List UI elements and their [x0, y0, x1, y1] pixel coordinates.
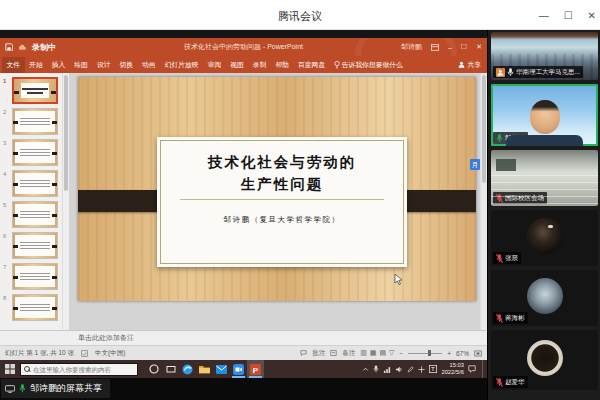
action-center-icon[interactable]	[468, 365, 476, 373]
ribbon-tab-5[interactable]: 切换	[115, 57, 138, 73]
thumbnail-scrollbar[interactable]	[62, 73, 69, 330]
zoom-in-button[interactable]: +	[447, 350, 451, 357]
ribbon-tab-4[interactable]: 设计	[92, 57, 115, 73]
show-desktop-button[interactable]	[482, 360, 486, 378]
usb-icon[interactable]	[418, 366, 425, 373]
comments-button[interactable]: 批注	[312, 349, 325, 358]
ribbon-tab-0[interactable]: 文件	[2, 57, 25, 73]
taskbar-app-edge[interactable]	[179, 360, 196, 378]
taskbar-app-tencent-meeting[interactable]	[230, 360, 247, 378]
network-icon[interactable]	[383, 366, 391, 373]
participant-tile-2[interactable]: 国际校区会场	[491, 150, 598, 206]
taskbar-app-powerpoint[interactable]: P	[247, 360, 264, 378]
powerpoint-icon: P	[250, 364, 261, 375]
reading-view-icon[interactable]: ▤	[379, 349, 386, 357]
slideshow-icon[interactable]: ▽	[389, 349, 394, 357]
ribbon-tab-6[interactable]: 动画	[138, 57, 161, 73]
mic-on-icon	[507, 68, 514, 77]
sorter-view-icon[interactable]: ▦	[370, 349, 377, 357]
slide[interactable]: 技术化社会与劳动的 生产性问题 邹诗鹏（复旦大学哲学学院）	[78, 77, 476, 301]
taskbar-app-file-explorer[interactable]	[196, 360, 213, 378]
participant-tile-1[interactable]: 邹诗鹏	[491, 84, 598, 146]
comments-icon[interactable]	[300, 350, 307, 356]
slide-thumbnail-1[interactable]: 1	[3, 77, 62, 104]
screen-share-icon	[5, 385, 15, 393]
notes-button[interactable]: 备注	[342, 349, 355, 358]
meeting-titlebar: 腾讯会议 — ☐ ✕	[0, 0, 600, 30]
pen-icon[interactable]	[407, 366, 414, 373]
save-icon[interactable]	[5, 43, 13, 51]
slide-author: 邹诗鹏（复旦大学哲学学院）	[224, 215, 341, 225]
notes-icon[interactable]	[330, 350, 337, 356]
coauthor-flag[interactable]: 月	[470, 159, 480, 170]
participant-name: 蒋海彬	[505, 314, 525, 323]
slide-title-card: 技术化社会与劳动的 生产性问题 邹诗鹏（复旦大学哲学学院）	[157, 137, 407, 267]
edge-icon	[182, 364, 193, 375]
taskbar-app-task-view[interactable]	[162, 360, 179, 378]
close-button[interactable]: ✕	[588, 10, 596, 21]
tell-me-box[interactable]: 告诉我你想要做什么	[334, 60, 403, 70]
minimize-button[interactable]: —	[539, 10, 549, 21]
participant-name: 国际校区会场	[505, 194, 544, 203]
canvas-scrollbar[interactable]	[480, 73, 487, 330]
slide-thumbnail-2[interactable]: 2	[3, 108, 62, 135]
ribbon-tab-1[interactable]: 开始	[25, 57, 48, 73]
lightbulb-icon	[334, 61, 340, 69]
slide-thumbnail-4[interactable]: 4	[3, 170, 62, 197]
participant-tile-4[interactable]: 蒋海彬	[491, 270, 598, 326]
slide-thumbnail-8[interactable]: 8	[3, 294, 62, 321]
slide-thumbnail-5[interactable]: 5	[3, 201, 62, 228]
spellcheck-icon[interactable]	[81, 350, 88, 357]
ppt-close-button[interactable]: ✕	[476, 43, 482, 51]
ime-indicator-icon[interactable]	[429, 365, 437, 373]
ribbon-tab-12[interactable]: 百度网盘	[294, 57, 330, 73]
ribbon-tab-8[interactable]: 审阅	[203, 57, 226, 73]
language-status[interactable]: 中文(中国)	[95, 349, 125, 358]
ribbon-tab-9[interactable]: 视图	[226, 57, 249, 73]
ppt-minimize-button[interactable]: –	[448, 44, 452, 51]
thumbnail-preview	[12, 201, 58, 228]
taskbar-search-input[interactable]	[33, 366, 134, 373]
slide-thumbnail-7[interactable]: 7	[3, 263, 62, 290]
zoom-slider[interactable]	[408, 353, 442, 354]
ribbon-tab-10[interactable]: 录制	[248, 57, 271, 73]
ribbon-tab-2[interactable]: 插入	[47, 57, 70, 73]
person-icon	[458, 61, 465, 68]
tray-mic-icon[interactable]	[373, 365, 379, 373]
tray-clock[interactable]: 15:03 2022/5/6	[441, 362, 464, 375]
share-button[interactable]: 共享	[458, 60, 485, 70]
mic-muted-icon	[496, 194, 503, 203]
start-button[interactable]	[0, 360, 20, 378]
zoom-slider-thumb[interactable]	[428, 350, 431, 356]
cloud-sync-icon[interactable]	[18, 44, 27, 51]
participant-label: 华南理工大学马克思...	[493, 66, 583, 78]
ppt-restore-button[interactable]: ☐	[461, 43, 467, 51]
slide-thumbnail-3[interactable]: 3	[3, 139, 62, 166]
ribbon-options-icon[interactable]	[431, 44, 439, 51]
notes-pane[interactable]: 单击此处添加备注	[0, 330, 487, 345]
system-tray: 15:03 2022/5/6	[362, 360, 487, 378]
windows-taskbar: P 15:03 2022/5/6	[0, 360, 487, 378]
shared-screen-area: 录制中 技术化社会中的劳动问题 - PowerPoint 邹诗鹏 – ☐ ✕ 文…	[0, 30, 487, 400]
normal-view-icon[interactable]: ▥	[360, 349, 367, 357]
zoom-out-button[interactable]: −	[399, 350, 403, 357]
taskbar-app-mail[interactable]	[213, 360, 230, 378]
participant-tile-5[interactable]: 赵爱华	[491, 330, 598, 390]
ribbon-tab-7[interactable]: 幻灯片放映	[160, 57, 203, 73]
thumbnail-preview	[12, 108, 58, 135]
zoom-level[interactable]: 67%	[456, 350, 469, 357]
thumbnail-preview	[12, 232, 58, 259]
taskbar-app-cortana[interactable]	[145, 360, 162, 378]
slide-thumbnail-6[interactable]: 6	[3, 232, 62, 259]
participant-tile-3[interactable]: 张晨	[491, 210, 598, 266]
ribbon-tab-3[interactable]: 绘图	[70, 57, 93, 73]
ribbon-tab-11[interactable]: 帮助	[271, 57, 294, 73]
tray-overflow-chevron-icon[interactable]	[362, 366, 369, 373]
maximize-button[interactable]: ☐	[564, 10, 573, 21]
account-name: 邹诗鹏	[401, 42, 422, 52]
windows-logo-icon	[5, 364, 15, 374]
participant-tile-0[interactable]: 华南理工大学马克思...	[491, 32, 598, 80]
taskbar-search[interactable]	[20, 363, 138, 376]
volume-icon[interactable]	[395, 366, 403, 373]
fit-to-window-icon[interactable]	[474, 350, 482, 357]
